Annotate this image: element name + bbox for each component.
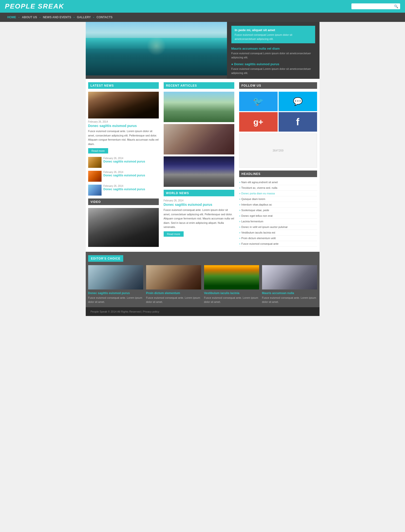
logo: PEOPLE SREAK [5,2,64,10]
editor-item-3-title[interactable]: Mauris accumsan nulla [262,291,317,295]
editor-item-1-title[interactable]: Proin dictum elementum [146,291,201,295]
search-icon[interactable]: 🔍 [394,4,398,8]
nav-about[interactable]: ABOUT US [19,13,40,22]
world-news-title: WORLD NEWS [166,191,189,195]
headline-item-8[interactable]: » Donec in velit vel ipsum auctor pulvin… [239,224,317,230]
headline-item-5[interactable]: » Scelerisque vitae, pede [239,207,317,213]
headlines-title: HEADLINES [242,172,261,176]
headline-item-3[interactable]: » Quisque diam lorem [239,196,317,202]
video-image [88,208,159,247]
headline-item-6[interactable]: » Donec eget tellus non erat [239,213,317,219]
nav-news[interactable]: NEWS AND EVENTS [40,13,74,22]
search-input[interactable] [353,5,394,8]
small-article-1-date: February 26, 2014 [104,157,145,160]
latest-news-title: LATEST NEWS [91,84,114,87]
article-img-wind [164,92,234,122]
editor-item-0: Donec sagittis euismod purus Fusce euism… [88,265,143,304]
article-img-woman [164,124,234,154]
hero-item-2-title: ● Donec sagittis euismod purus [231,62,315,66]
nav-gallery[interactable]: GALLERY [75,13,93,22]
editor-item-1-image [146,265,201,289]
editor-item-2-image [204,265,259,289]
editor-item-0-text: Fusce euismod consequat ante. Lorem ipsu… [88,296,143,304]
twitter-icon: 🐦 [253,96,264,107]
headline-item-11[interactable]: » Fusce euismod consequat ante [239,241,317,247]
video-title: VIDEO [91,200,101,204]
mid-col: RECENT ARTICLES WORLD NEWS February 26, … [161,82,237,247]
hero-item-1-text: Fusce euismod consequat Lorem ipsum dolo… [231,51,315,59]
right-col: FOLLOW US 🐦 💬 g+ f 364*269 HEADLINES [237,82,320,247]
main-article-read-more[interactable]: Read more [88,148,108,153]
small-article-1-image [88,157,102,168]
small-article-1: February 26, 2014 Donec sagittis euismod… [88,157,159,168]
small-article-1-info: February 26, 2014 Donec sagittis euismod… [104,157,145,163]
headlines-header: HEADLINES [239,171,317,177]
hero-section: In pede mi, aliquet sit amet Fusce euism… [86,22,320,79]
small-article-1-title[interactable]: Donec sagittis euismod purus [104,160,145,163]
small-article-2-title[interactable]: Donec sagittis euismod purus [104,174,145,177]
main-article-image [88,92,159,118]
editor-item-2: Vestibulum iaculis lacinia Fusce euismod… [204,265,259,304]
headline-item-9[interactable]: » Vestibulum iaculis lacinia est [239,230,317,235]
editors-choice-section: EDITOR'S CHOICE Donec sagittis euismod p… [86,252,320,307]
main-article-text: Fusce euismod consequat ante. Lorem ipsu… [88,129,159,146]
article-img-city [164,156,234,187]
latest-news-col: LATEST NEWS February 26, 2014 Donec sagi… [86,82,161,247]
main-article-title[interactable]: Donec sagittis euismod purus [88,124,159,128]
nav-contacts[interactable]: CONTACTS [94,13,115,22]
recent-articles-header: RECENT ARTICLES [164,82,234,89]
follow-us-title: FOLLOW US [242,84,261,87]
small-article-2-date: February 26, 2014 [104,171,145,173]
latest-news-header: LATEST NEWS [88,82,159,89]
headline-item-2[interactable]: » Donec porta diam eu massa [239,191,317,196]
world-news-read-more[interactable]: Read more [164,231,184,237]
headline-item-1[interactable]: » Tincidunt ac, viverra sed. nulla [239,185,317,191]
editors-choice-header: EDITOR'S CHOICE [88,255,123,262]
world-news-article-title[interactable]: Donec sagittis euismod purus [164,203,234,207]
hero-item-2-text: Fusce euismod consequat Lorem ipsum dolo… [231,67,315,75]
small-article-2: February 26, 2014 Donec sagittis euismod… [88,171,159,182]
headlines-list: » Nam elit agna,endrerit sit amet » Tinc… [239,180,317,247]
nav-home[interactable]: HOME [5,13,19,22]
footer-text: People Speak © 2014 All Rights Reserved … [91,310,315,313]
small-article-2-info: February 26, 2014 Donec sagittis euismod… [104,171,145,177]
footer: People Speak © 2014 All Rights Reserved … [86,307,320,316]
headline-item-7[interactable]: » Lacinia fermentum [239,219,317,224]
world-news-article-text: Fusce euismod consequat ante. Lorem ipsu… [164,208,234,229]
hero-image [86,22,227,75]
hero-item-2: ● Donec sagittis euismod purus Fusce eui… [231,62,315,75]
skype-button[interactable]: 💬 [279,92,317,111]
hero-text-panel: In pede mi, aliquet sit amet Fusce euism… [227,22,320,79]
hero-highlight-title: In pede mi, aliquet sit amet [235,28,312,32]
ad-placeholder: 364*269 [239,134,317,168]
small-article-3: February 26, 2014 Donec sagittis euismod… [88,185,159,196]
follow-us-header: FOLLOW US [239,82,317,89]
editor-item-3: Mauris accumsan nulla Fusce euismod cons… [262,265,317,304]
editor-item-3-image [262,265,317,289]
headline-item-4[interactable]: » Interdum vitae,dapibus ac [239,202,317,207]
facebook-button[interactable]: f [279,112,317,132]
facebook-icon: f [296,117,299,127]
editor-item-1: Proin dictum elementum Fusce euismod con… [146,265,201,304]
headline-item-0[interactable]: » Nam elit agna,endrerit sit amet [239,180,317,185]
twitter-button[interactable]: 🐦 [239,92,278,111]
hero-item-1-title: Mauris accumsan nulla vel diam [231,47,315,50]
three-col-section: LATEST NEWS February 26, 2014 Donec sagi… [86,82,320,252]
editor-item-0-title[interactable]: Donec sagittis euismod purus [88,291,143,295]
google-plus-button[interactable]: g+ [239,112,278,132]
editors-grid: Donec sagittis euismod purus Fusce euism… [88,265,317,304]
ad-size-label: 364*269 [273,149,283,152]
small-article-3-date: February 26, 2014 [104,185,145,187]
skype-icon: 💬 [293,97,303,106]
editor-item-2-text: Fusce euismod consequat ante. Lorem ipsu… [204,296,259,304]
headline-item-10[interactable]: » Proin dictum elementum velit [239,235,317,241]
editors-choice-title: EDITOR'S CHOICE [91,257,121,260]
editor-item-0-image [88,265,143,289]
recent-articles-title: RECENT ARTICLES [166,84,197,87]
small-article-3-title[interactable]: Donec sagittis euismod purus [104,188,145,191]
editor-item-2-title[interactable]: Vestibulum iaculis lacinia [204,291,259,295]
world-news-header: WORLD NEWS [164,190,234,196]
editor-item-3-text: Fusce euismod consequat ante. Lorem ipsu… [262,296,317,304]
video-header: VIDEO [88,198,159,205]
small-article-2-image [88,171,102,182]
